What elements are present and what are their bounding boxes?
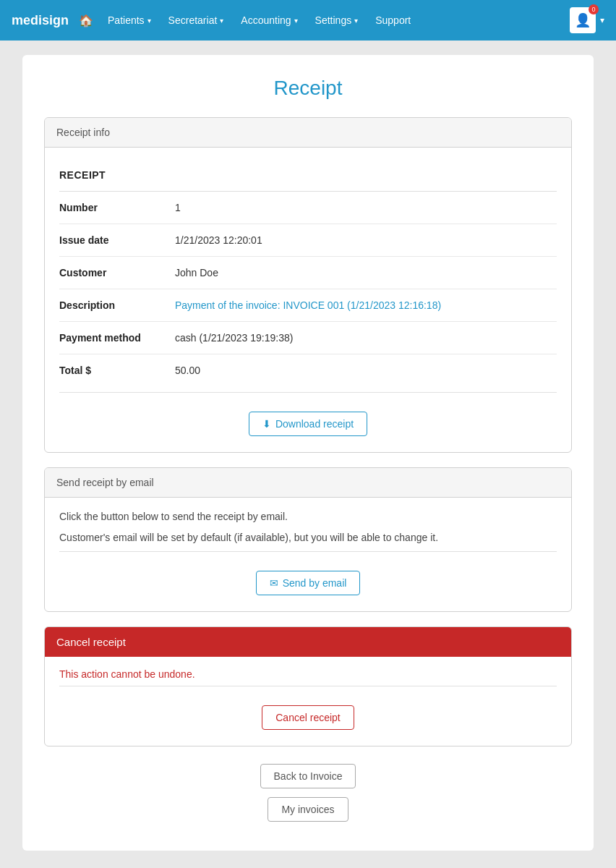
field-value-total: 50.00: [175, 354, 557, 387]
receipt-info-body: RECEIPT Number 1 Issue date 1/21/2023 12…: [45, 148, 571, 452]
field-value-number: 1: [175, 192, 557, 224]
field-value-description: Payment of the invoice: INVOICE 001 (1/2…: [175, 289, 557, 322]
user-avatar[interactable]: 👤 0: [570, 7, 596, 33]
nav-settings[interactable]: Settings ▾: [308, 10, 366, 30]
email-instruction-1: Click the button below to send the recei…: [59, 509, 557, 524]
receipt-info-header: Receipt info: [45, 118, 571, 148]
field-value-issue-date: 1/21/2023 12:20:01: [175, 224, 557, 257]
back-to-invoice-button[interactable]: Back to Invoice: [260, 764, 356, 788]
nav-secretariat[interactable]: Secretariat ▾: [161, 10, 231, 30]
table-row: Issue date 1/21/2023 12:20:01: [59, 224, 557, 257]
field-label-issue-date: Issue date: [59, 224, 175, 257]
download-receipt-button[interactable]: ⬇ Download receipt: [249, 412, 367, 436]
cancel-button-wrap: Cancel receipt: [59, 698, 557, 734]
table-row: Description Payment of the invoice: INVO…: [59, 289, 557, 322]
my-invoices-button[interactable]: My invoices: [268, 797, 348, 822]
table-row: Number 1: [59, 192, 557, 224]
home-icon[interactable]: 🏠: [79, 14, 93, 27]
nav-support[interactable]: Support: [368, 10, 418, 30]
receipt-info-card: Receipt info RECEIPT Number 1 Issue date…: [44, 117, 572, 453]
send-by-email-button[interactable]: ✉ Send by email: [256, 571, 361, 595]
nav-accounting[interactable]: Accounting ▾: [234, 10, 304, 30]
divider: [59, 551, 557, 552]
table-row: Payment method cash (1/21/2023 19:19:38): [59, 322, 557, 354]
field-label-payment-method: Payment method: [59, 322, 175, 354]
chevron-down-icon: ▾: [220, 17, 223, 25]
brand-logo: medisign: [12, 13, 69, 28]
send-email-card: Send receipt by email Click the button b…: [44, 467, 572, 612]
cancel-warning-text: This action cannot be undone.: [59, 668, 557, 680]
nav-patients[interactable]: Patients ▾: [100, 10, 158, 30]
table-row: Total $ 50.00: [59, 354, 557, 387]
send-email-header: Send receipt by email: [45, 468, 571, 498]
cancel-receipt-body: This action cannot be undone. Cancel rec…: [45, 657, 571, 746]
email-instruction-2: Customer's email will be set by default …: [59, 530, 557, 545]
field-label-total: Total $: [59, 354, 175, 387]
send-email-body: Click the button below to send the recei…: [45, 498, 571, 611]
receipt-table-title-row: RECEIPT: [59, 159, 557, 192]
field-value-payment-method: cash (1/21/2023 19:19:38): [175, 322, 557, 354]
divider: [59, 392, 557, 393]
chevron-down-icon: ▾: [294, 17, 298, 25]
send-email-button-wrap: ✉ Send by email: [59, 563, 557, 600]
download-button-wrap: ⬇ Download receipt: [59, 404, 557, 441]
page-wrapper: Receipt Receipt info RECEIPT Number 1 Is…: [22, 55, 594, 851]
navbar: medisign 🏠 Patients ▾ Secretariat ▾ Acco…: [0, 0, 616, 41]
field-label-customer: Customer: [59, 257, 175, 289]
field-label-description: Description: [59, 289, 175, 322]
receipt-table: RECEIPT Number 1 Issue date 1/21/2023 12…: [59, 159, 557, 386]
bottom-buttons: Back to Invoice My invoices: [44, 764, 572, 822]
user-icon: 👤: [575, 12, 591, 28]
divider: [59, 686, 557, 686]
page-title: Receipt: [44, 77, 572, 100]
chevron-down-icon: ▾: [147, 17, 151, 25]
email-icon: ✉: [270, 577, 278, 589]
cancel-receipt-header: Cancel receipt: [45, 627, 571, 657]
download-icon: ⬇: [262, 418, 271, 430]
description-link[interactable]: Payment of the invoice: INVOICE 001 (1/2…: [175, 299, 441, 311]
avatar-dropdown-arrow[interactable]: ▾: [600, 15, 604, 25]
cancel-receipt-button[interactable]: Cancel receipt: [262, 705, 354, 730]
table-row: Customer John Doe: [59, 257, 557, 289]
avatar-badge: 0: [589, 4, 599, 14]
field-label-number: Number: [59, 192, 175, 224]
cancel-receipt-card: Cancel receipt This action cannot be und…: [44, 626, 572, 746]
field-value-customer: John Doe: [175, 257, 557, 289]
chevron-down-icon: ▾: [354, 17, 358, 25]
